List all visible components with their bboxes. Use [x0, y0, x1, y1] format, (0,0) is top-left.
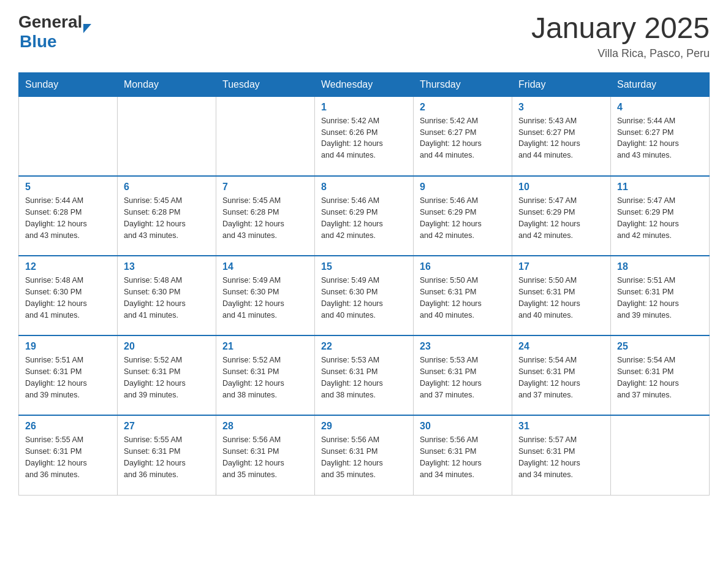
day-number: 9 — [420, 182, 506, 193]
calendar-cell: 31Sunrise: 5:57 AMSunset: 6:31 PMDayligh… — [512, 415, 611, 495]
calendar-cell: 17Sunrise: 5:50 AMSunset: 6:31 PMDayligh… — [512, 256, 611, 335]
day-number: 2 — [420, 102, 506, 113]
calendar-cell: 14Sunrise: 5:49 AMSunset: 6:30 PMDayligh… — [216, 256, 315, 335]
calendar-cell — [118, 96, 216, 176]
calendar-cell: 23Sunrise: 5:53 AMSunset: 6:31 PMDayligh… — [414, 335, 512, 415]
calendar-cell — [216, 96, 315, 176]
logo: General Blue — [18, 12, 91, 52]
day-number: 11 — [617, 182, 703, 193]
logo-general: General — [18, 12, 82, 32]
calendar-cell: 6Sunrise: 5:45 AMSunset: 6:28 PMDaylight… — [118, 176, 216, 256]
calendar-cell: 16Sunrise: 5:50 AMSunset: 6:31 PMDayligh… — [414, 256, 512, 335]
calendar-week-row: 19Sunrise: 5:51 AMSunset: 6:31 PMDayligh… — [19, 335, 710, 415]
calendar-cell: 13Sunrise: 5:48 AMSunset: 6:30 PMDayligh… — [118, 256, 216, 335]
day-info: Sunrise: 5:52 AMSunset: 6:31 PMDaylight:… — [222, 354, 308, 400]
day-number: 31 — [518, 421, 604, 432]
calendar-cell: 24Sunrise: 5:54 AMSunset: 6:31 PMDayligh… — [512, 335, 611, 415]
calendar-week-row: 1Sunrise: 5:42 AMSunset: 6:26 PMDaylight… — [19, 96, 710, 176]
calendar-cell: 18Sunrise: 5:51 AMSunset: 6:31 PMDayligh… — [611, 256, 710, 335]
day-number: 24 — [518, 341, 604, 352]
calendar-cell — [611, 415, 710, 495]
calendar-cell: 21Sunrise: 5:52 AMSunset: 6:31 PMDayligh… — [216, 335, 315, 415]
day-number: 13 — [124, 261, 210, 272]
calendar-cell: 15Sunrise: 5:49 AMSunset: 6:30 PMDayligh… — [315, 256, 414, 335]
calendar-week-row: 26Sunrise: 5:55 AMSunset: 6:31 PMDayligh… — [19, 415, 710, 495]
day-info: Sunrise: 5:55 AMSunset: 6:31 PMDaylight:… — [124, 434, 210, 480]
day-number: 29 — [321, 421, 407, 432]
day-number: 16 — [420, 261, 506, 272]
calendar-week-row: 12Sunrise: 5:48 AMSunset: 6:30 PMDayligh… — [19, 256, 710, 335]
day-number: 6 — [124, 182, 210, 193]
calendar-cell: 19Sunrise: 5:51 AMSunset: 6:31 PMDayligh… — [19, 335, 118, 415]
day-of-week-header: Sunday — [19, 72, 118, 96]
day-info: Sunrise: 5:45 AMSunset: 6:28 PMDaylight:… — [124, 195, 210, 241]
calendar-cell: 11Sunrise: 5:47 AMSunset: 6:29 PMDayligh… — [611, 176, 710, 256]
day-of-week-header: Wednesday — [315, 72, 414, 96]
day-info: Sunrise: 5:45 AMSunset: 6:28 PMDaylight:… — [222, 195, 308, 241]
day-of-week-header: Saturday — [611, 72, 710, 96]
day-info: Sunrise: 5:43 AMSunset: 6:27 PMDaylight:… — [518, 115, 604, 161]
day-number: 14 — [222, 261, 308, 272]
calendar-cell — [19, 96, 118, 176]
calendar-cell: 25Sunrise: 5:54 AMSunset: 6:31 PMDayligh… — [611, 335, 710, 415]
day-info: Sunrise: 5:42 AMSunset: 6:27 PMDaylight:… — [420, 115, 506, 161]
calendar-title: January 2025 — [531, 12, 710, 45]
calendar-cell: 28Sunrise: 5:56 AMSunset: 6:31 PMDayligh… — [216, 415, 315, 495]
day-number: 28 — [222, 421, 308, 432]
day-number: 25 — [617, 341, 703, 352]
day-number: 23 — [420, 341, 506, 352]
day-info: Sunrise: 5:55 AMSunset: 6:31 PMDaylight:… — [25, 434, 111, 480]
calendar-cell: 29Sunrise: 5:56 AMSunset: 6:31 PMDayligh… — [315, 415, 414, 495]
day-info: Sunrise: 5:57 AMSunset: 6:31 PMDaylight:… — [518, 434, 604, 480]
calendar-cell: 5Sunrise: 5:44 AMSunset: 6:28 PMDaylight… — [19, 176, 118, 256]
day-number: 19 — [25, 341, 111, 352]
calendar-cell: 8Sunrise: 5:46 AMSunset: 6:29 PMDaylight… — [315, 176, 414, 256]
day-info: Sunrise: 5:51 AMSunset: 6:31 PMDaylight:… — [25, 354, 111, 400]
day-info: Sunrise: 5:50 AMSunset: 6:31 PMDaylight:… — [420, 275, 506, 321]
day-info: Sunrise: 5:56 AMSunset: 6:31 PMDaylight:… — [420, 434, 506, 480]
day-of-week-header: Thursday — [414, 72, 512, 96]
day-info: Sunrise: 5:56 AMSunset: 6:31 PMDaylight:… — [321, 434, 407, 480]
calendar-table: SundayMondayTuesdayWednesdayThursdayFrid… — [18, 72, 710, 496]
day-info: Sunrise: 5:53 AMSunset: 6:31 PMDaylight:… — [321, 354, 407, 400]
day-number: 4 — [617, 102, 703, 113]
day-number: 30 — [420, 421, 506, 432]
calendar-cell: 1Sunrise: 5:42 AMSunset: 6:26 PMDaylight… — [315, 96, 414, 176]
day-of-week-header: Friday — [512, 72, 611, 96]
day-number: 5 — [25, 182, 111, 193]
day-number: 21 — [222, 341, 308, 352]
day-info: Sunrise: 5:54 AMSunset: 6:31 PMDaylight:… — [617, 354, 703, 400]
calendar-cell: 22Sunrise: 5:53 AMSunset: 6:31 PMDayligh… — [315, 335, 414, 415]
day-info: Sunrise: 5:44 AMSunset: 6:27 PMDaylight:… — [617, 115, 703, 161]
day-info: Sunrise: 5:46 AMSunset: 6:29 PMDaylight:… — [321, 195, 407, 241]
day-info: Sunrise: 5:52 AMSunset: 6:31 PMDaylight:… — [124, 354, 210, 400]
calendar-cell: 3Sunrise: 5:43 AMSunset: 6:27 PMDaylight… — [512, 96, 611, 176]
day-info: Sunrise: 5:49 AMSunset: 6:30 PMDaylight:… — [222, 275, 308, 321]
title-section: January 2025 Villa Rica, Pasco, Peru — [531, 12, 710, 60]
day-number: 27 — [124, 421, 210, 432]
day-number: 3 — [518, 102, 604, 113]
calendar-cell: 4Sunrise: 5:44 AMSunset: 6:27 PMDaylight… — [611, 96, 710, 176]
calendar-cell: 30Sunrise: 5:56 AMSunset: 6:31 PMDayligh… — [414, 415, 512, 495]
calendar-subtitle: Villa Rica, Pasco, Peru — [531, 47, 710, 60]
calendar-cell: 26Sunrise: 5:55 AMSunset: 6:31 PMDayligh… — [19, 415, 118, 495]
day-info: Sunrise: 5:56 AMSunset: 6:31 PMDaylight:… — [222, 434, 308, 480]
day-number: 20 — [124, 341, 210, 352]
day-of-week-header: Monday — [118, 72, 216, 96]
logo-blue: Blue — [20, 32, 57, 52]
day-info: Sunrise: 5:46 AMSunset: 6:29 PMDaylight:… — [420, 195, 506, 241]
day-number: 1 — [321, 102, 407, 113]
day-number: 18 — [617, 261, 703, 272]
day-of-week-header: Tuesday — [216, 72, 315, 96]
day-info: Sunrise: 5:42 AMSunset: 6:26 PMDaylight:… — [321, 115, 407, 161]
calendar-cell: 20Sunrise: 5:52 AMSunset: 6:31 PMDayligh… — [118, 335, 216, 415]
calendar-cell: 12Sunrise: 5:48 AMSunset: 6:30 PMDayligh… — [19, 256, 118, 335]
day-info: Sunrise: 5:53 AMSunset: 6:31 PMDaylight:… — [420, 354, 506, 400]
day-info: Sunrise: 5:48 AMSunset: 6:30 PMDaylight:… — [25, 275, 111, 321]
day-info: Sunrise: 5:51 AMSunset: 6:31 PMDaylight:… — [617, 275, 703, 321]
day-number: 7 — [222, 182, 308, 193]
day-number: 15 — [321, 261, 407, 272]
calendar-cell: 2Sunrise: 5:42 AMSunset: 6:27 PMDaylight… — [414, 96, 512, 176]
page-header: General Blue January 2025 Villa Rica, Pa… — [18, 12, 710, 60]
day-info: Sunrise: 5:44 AMSunset: 6:28 PMDaylight:… — [25, 195, 111, 241]
